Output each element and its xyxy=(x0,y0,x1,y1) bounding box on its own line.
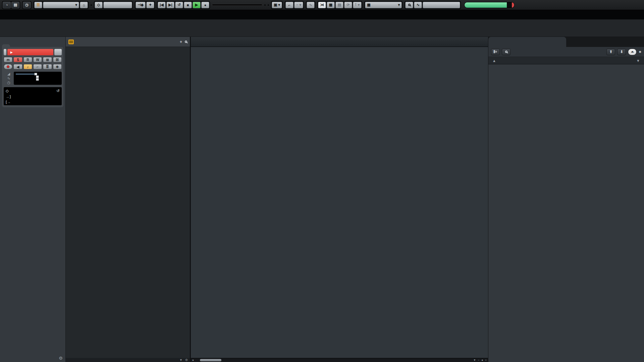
home-button[interactable]: ⌂ xyxy=(80,2,88,8)
output-routing-row[interactable]: [→ xyxy=(6,99,60,105)
quantize-wave-icon[interactable]: ∿ xyxy=(414,2,422,8)
track-list-menu-icon[interactable] xyxy=(68,40,74,44)
move-down-button[interactable]: ⬇ xyxy=(617,49,626,55)
play-button[interactable]: ▶ xyxy=(193,2,201,8)
input-routing-row[interactable]: →] xyxy=(6,94,60,99)
scroll-left-handle[interactable]: ● xyxy=(192,359,194,362)
vst-toolbar: ⫴+ ⬆ ⬇ ⏶ ✱ xyxy=(488,47,644,57)
pan-slider[interactable] xyxy=(16,75,60,78)
time-display[interactable] xyxy=(212,4,262,6)
horizontal-scrollbar[interactable]: ● ▼ − ● + xyxy=(191,358,488,362)
inspector-track-card: ▸ m S R W ⊞ ☒ ◀ ♪ ⌐ ⫿⫿ ✻ ◢ xyxy=(2,47,63,107)
scrollbar-thumb[interactable] xyxy=(200,359,221,361)
chevron-down-icon: ▾ xyxy=(398,3,400,7)
autoscroll-mode-dropdown[interactable]: − ▾ xyxy=(294,2,303,8)
snap-cursor-dropdown[interactable]: ⊺ ▾ xyxy=(353,2,362,8)
find-instrument-button[interactable] xyxy=(502,49,511,55)
inspector-panel: ▸ m S R W ⊞ ☒ ◀ ♪ ⌐ ⫿⫿ ✻ ◢ xyxy=(0,37,66,362)
grid-mode-dropdown[interactable]: ▦▾ xyxy=(365,2,402,8)
transport-group: |◀ ▶| ↺ ■ ▶ ● xyxy=(157,1,210,9)
lanes-button[interactable]: ⫿⫿ xyxy=(43,64,52,69)
pan-icon: ∿ xyxy=(7,76,10,80)
event-display-canvas[interactable]: ● ▼ − ● + xyxy=(191,47,488,362)
track-list-gear-icon[interactable]: ⚙ xyxy=(185,358,188,362)
track-list-header: + xyxy=(66,37,190,47)
auto-punch-in-button[interactable]: ⊣◆ xyxy=(136,2,146,8)
go-next-marker-button[interactable]: ▶| xyxy=(166,2,174,8)
track-instruments-toggle[interactable]: ▲ xyxy=(492,59,496,63)
monitor-button[interactable]: ◀ xyxy=(13,64,22,69)
zoom-out-icon[interactable]: − xyxy=(478,359,480,362)
quantize-preset-dropdown[interactable] xyxy=(423,2,460,8)
tools-group xyxy=(264,4,266,6)
edit-channel-button[interactable] xyxy=(54,49,62,55)
freeze-button[interactable]: ✻ xyxy=(53,64,62,69)
zoom-preset-icon[interactable]: ▼ xyxy=(473,359,476,362)
solo-button[interactable]: S xyxy=(13,57,22,62)
crossfade-curve-button[interactable]: ∿ xyxy=(307,2,315,8)
automation-mode-group: ◇ xyxy=(94,1,133,9)
collapse-all-button[interactable]: ⏶ xyxy=(628,49,637,55)
collapse-icon[interactable]: ▼ xyxy=(179,358,182,362)
zoom-handle-icon[interactable]: ● xyxy=(481,359,483,362)
inspector-gear-icon[interactable]: ⚙ xyxy=(59,356,63,361)
automation-letters-group xyxy=(91,4,92,6)
record-enable-button[interactable] xyxy=(4,64,12,69)
activate-project-button[interactable]: ◔ xyxy=(3,2,11,8)
options-star-icon[interactable]: ✱ xyxy=(639,50,641,54)
record-button[interactable]: ● xyxy=(201,2,209,8)
no-edit-icon[interactable]: ☒ xyxy=(53,57,62,62)
add-track-button[interactable]: + xyxy=(180,40,182,44)
record-dot-icon xyxy=(7,65,9,68)
move-up-button[interactable]: ⬆ xyxy=(606,49,615,55)
search-track-icon[interactable] xyxy=(185,41,187,43)
automation-node-icon[interactable]: ◇ xyxy=(95,2,103,8)
stop-button[interactable]: ■ xyxy=(184,2,192,8)
musical-timebase-button[interactable]: ♪ xyxy=(23,64,32,69)
master-level-meter xyxy=(464,2,515,8)
read-automation-button[interactable]: R xyxy=(23,57,32,62)
snap-type-grid-button[interactable]: ▦ xyxy=(327,2,335,8)
write-automation-button[interactable]: W xyxy=(33,57,42,62)
tab-inspector[interactable] xyxy=(2,44,10,47)
snap-button[interactable]: ⋊ xyxy=(318,2,326,8)
tab-mediabay[interactable] xyxy=(566,37,644,47)
rack-instruments-toggle[interactable]: ▼ xyxy=(636,59,640,63)
configurations-dropdown[interactable]: ▾ xyxy=(43,2,79,8)
quantize-q-icon xyxy=(408,4,411,6)
reload-icon: ↺ xyxy=(56,88,60,93)
tab-vst-instruments[interactable] xyxy=(488,37,566,47)
lock-button[interactable]: ⌐ xyxy=(33,64,42,69)
volume-slider[interactable] xyxy=(16,73,60,75)
timeline-ruler[interactable] xyxy=(191,37,488,47)
triangle-up-icon: ▲ xyxy=(492,59,496,63)
expand-arrow-icon: ▸ xyxy=(10,50,12,55)
quantize-button[interactable] xyxy=(405,2,413,8)
go-previous-marker-button[interactable]: |◀ xyxy=(158,2,166,8)
setup-window-layout-button[interactable]: ▤ xyxy=(11,2,19,8)
grid-type-button[interactable]: ▤ xyxy=(335,2,343,8)
delay-slider[interactable] xyxy=(16,78,60,81)
snap-relative-button[interactable]: ⟳ xyxy=(344,2,352,8)
open-channel-button[interactable]: ⊞ xyxy=(43,57,52,62)
metronome-button[interactable]: ◷ xyxy=(23,2,31,8)
track-rows xyxy=(66,47,190,358)
automation-mode-dropdown[interactable] xyxy=(103,2,132,8)
zoom-in-icon[interactable]: + xyxy=(485,359,487,362)
track-number-badge xyxy=(4,49,6,55)
cycle-button[interactable]: ↺ xyxy=(175,2,183,8)
track-name-field[interactable]: ▸ xyxy=(7,49,53,55)
autoscroll-button[interactable]: ⌐ xyxy=(285,2,293,8)
color-menu-dropdown[interactable]: ▣ ▾ xyxy=(272,2,282,8)
configurations-icon[interactable]: ☰ xyxy=(34,2,42,8)
instrument-racks xyxy=(488,64,644,362)
track-list-bottom-bar: ▼ ⚙ xyxy=(66,358,190,362)
track-preset-row[interactable]: ◇↺ xyxy=(6,88,60,94)
add-instrument-button[interactable]: ⫴+ xyxy=(491,49,500,55)
auto-punch-out-button[interactable]: ✦ xyxy=(146,2,154,8)
draw-tools-group xyxy=(268,4,269,6)
meter-red-clip xyxy=(512,2,514,8)
mute-button[interactable]: m xyxy=(4,57,12,62)
right-zone-panel: ⫴+ ⬆ ⬇ ⏶ ✱ ▲ ▼ xyxy=(488,37,644,362)
tab-visibility[interactable] xyxy=(10,44,18,47)
